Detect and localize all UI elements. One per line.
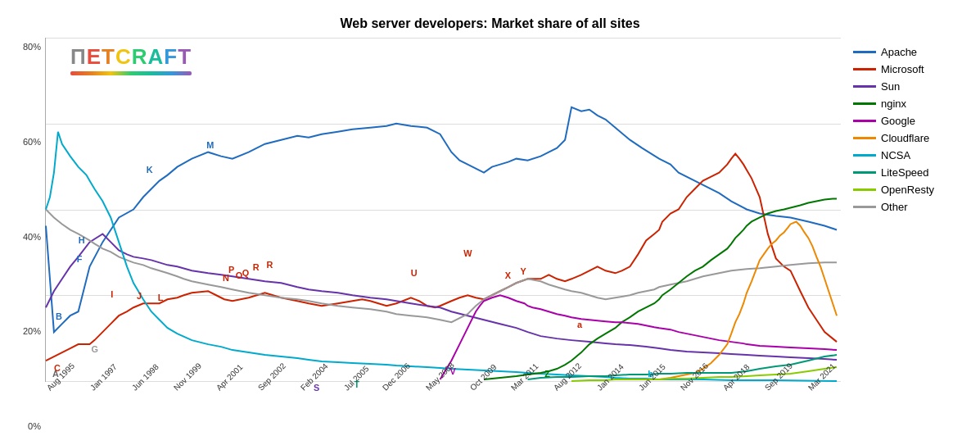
annotation-x: X — [505, 270, 512, 280]
annotation-g: G — [91, 344, 97, 354]
y-label-80: 80% — [23, 42, 41, 52]
legend-color-google — [853, 120, 876, 122]
legend-label-sun: Sun — [881, 80, 900, 93]
annotation-y: Y — [521, 266, 527, 276]
apache-line — [46, 107, 837, 332]
annotation-k: K — [147, 165, 153, 175]
annotation-m: M — [206, 140, 214, 150]
legend-label-microsoft: Microsoft — [881, 63, 924, 75]
chart-area: 80% 60% 40% 20% 0% ПETCRAFT — [8, 38, 972, 431]
chart-container: Web server developers: Market share of a… — [0, 0, 980, 445]
microsoft-line — [46, 154, 837, 361]
chart-title: Web server developers: Market share of a… — [8, 16, 972, 31]
legend-label-cloudflare: Cloudflare — [881, 132, 929, 144]
legend-item-microsoft: Microsoft — [853, 63, 972, 75]
legend-item-litespeed: LiteSpeed — [853, 166, 972, 179]
legend-label-apache: Apache — [881, 46, 917, 58]
legend-item-sun: Sun — [853, 80, 972, 93]
legend-item-ncsa: NCSA — [853, 149, 972, 161]
y-label-60: 60% — [23, 137, 41, 147]
legend-item-cloudflare: Cloudflare — [853, 132, 972, 144]
legend-label-other: Other — [881, 201, 908, 213]
annotation-b: B — [56, 311, 62, 321]
annotation-p: P — [228, 265, 234, 275]
annotation-f: F — [77, 254, 83, 264]
legend-color-openresty — [853, 188, 876, 191]
legend-item-nginx: nginx — [853, 98, 972, 110]
legend-item-other: Other — [853, 201, 972, 213]
legend-color-cloudflare — [853, 137, 876, 139]
annotation-i: I — [111, 289, 113, 299]
legend-color-sun — [853, 85, 876, 88]
y-label-0: 0% — [28, 421, 41, 431]
annotation-q: Q — [242, 268, 250, 278]
annotation-l: L — [158, 293, 164, 302]
legend-color-apache — [853, 51, 876, 53]
annotation-u: U — [411, 268, 418, 278]
annotation-w: W — [463, 248, 472, 258]
annotation-a2: a — [577, 320, 583, 329]
legend-label-ncsa: NCSA — [881, 149, 910, 161]
legend-color-ncsa — [853, 154, 876, 157]
legend-label-google: Google — [881, 115, 915, 127]
y-label-40: 40% — [23, 232, 41, 242]
chart-plot: ПETCRAFT — [45, 38, 841, 382]
legend-label-nginx: nginx — [881, 98, 906, 110]
legend-color-litespeed — [853, 171, 876, 174]
legend-color-microsoft — [853, 68, 876, 70]
legend-label-litespeed: LiteSpeed — [881, 166, 929, 179]
sun-line — [46, 234, 837, 360]
legend-color-other — [853, 206, 876, 208]
legend-item-apache: Apache — [853, 46, 972, 58]
legend-item-openresty: OpenResty — [853, 184, 972, 196]
chart-svg: A B C F G H I J K — [46, 38, 841, 381]
legend-item-google: Google — [853, 115, 972, 127]
chart-legend: Apache Microsoft Sun nginx Google Cloudf… — [841, 38, 972, 431]
annotation-h: H — [79, 235, 85, 245]
annotation-j: J — [137, 291, 142, 301]
y-label-20: 20% — [23, 326, 41, 336]
legend-color-nginx — [853, 102, 876, 105]
annotation-z: Z — [544, 369, 550, 379]
ncsa-line — [46, 132, 837, 381]
annotation-r1: R — [253, 262, 260, 272]
annotation-r2: R — [267, 260, 273, 270]
legend-label-openresty: OpenResty — [881, 184, 934, 196]
